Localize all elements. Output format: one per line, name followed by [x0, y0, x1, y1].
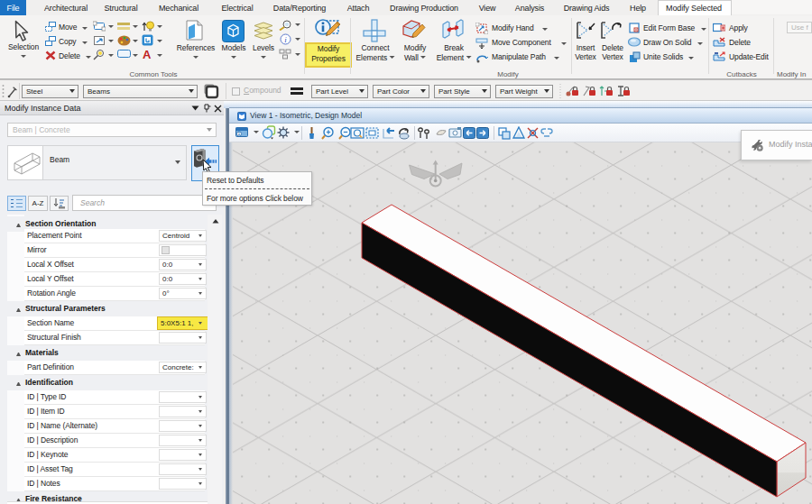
svg-text:1: 1: [238, 131, 241, 136]
